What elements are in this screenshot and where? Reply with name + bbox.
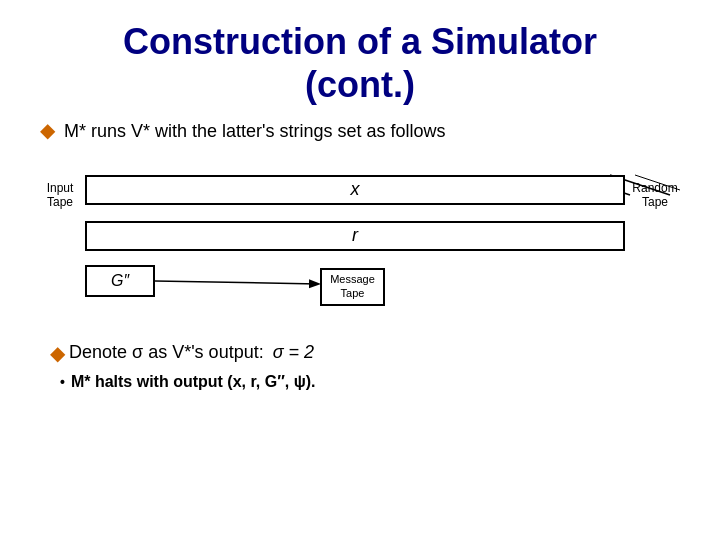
x-value: x <box>351 179 360 200</box>
bullet2-text: Denote σ as V*'s output: <box>69 342 264 363</box>
bullet3-text: M* halts with output (x, r, G″, ψ). <box>71 373 316 391</box>
x-tape: x <box>85 175 625 205</box>
diamond-icon-1: ◆ <box>40 119 55 141</box>
bottom-section: ◆ Denote σ as V*'s output: σ = 2 • M* ha… <box>40 341 680 391</box>
diamond-icon-2: ◆ <box>50 341 65 365</box>
svg-line-2 <box>155 281 318 284</box>
r-value: r <box>352 225 358 246</box>
slide-title: Construction of a Simulator (cont.) <box>40 20 680 106</box>
bullet1-text: M* runs V* with the latter's strings set… <box>64 121 446 141</box>
bullet3: • M* halts with output (x, r, G″, ψ). <box>60 373 680 391</box>
g-box: G″ <box>85 265 155 297</box>
g-label: G″ <box>111 272 129 290</box>
bullet2: ◆ Denote σ as V*'s output: σ = 2 <box>50 341 680 365</box>
title-line1: Construction of a Simulator <box>40 20 680 63</box>
random-tape-label: Random Tape <box>630 181 680 210</box>
message-tape-label: Message Tape <box>322 273 383 299</box>
equation: σ = 2 <box>268 342 314 363</box>
bullet1: ◆ M* runs V* with the latter's strings s… <box>40 116 680 144</box>
diagram-area: Input Tape Random Tape x r G″ Message Ta… <box>40 153 680 323</box>
slide: Construction of a Simulator (cont.) ◆ M*… <box>0 0 720 540</box>
r-tape: r <box>85 221 625 251</box>
title-line2: (cont.) <box>40 63 680 106</box>
input-tape-label: Input Tape <box>40 181 80 210</box>
message-tape-box: Message Tape <box>320 268 385 306</box>
bullet-dot: • <box>60 374 65 390</box>
